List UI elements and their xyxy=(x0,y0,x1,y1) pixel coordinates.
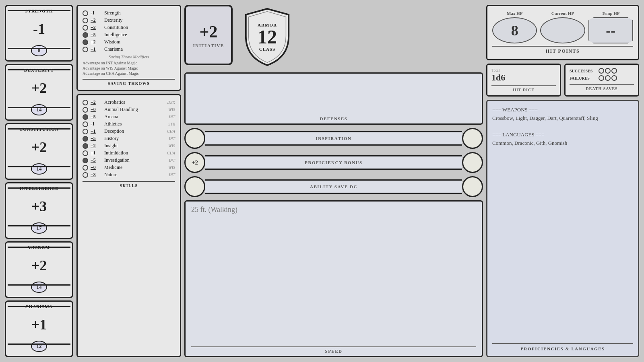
death-success-1[interactable] xyxy=(599,68,604,74)
death-success-2[interactable] xyxy=(605,68,611,74)
skill-name: Arcana xyxy=(104,114,166,120)
saving-throw-name: Charisma xyxy=(104,46,175,52)
stat-score: 8 xyxy=(31,45,47,56)
saving-throw-circle[interactable] xyxy=(83,25,88,31)
death-success-3[interactable] xyxy=(611,68,617,74)
inspiration-left-end xyxy=(184,128,205,149)
stat-card-wisdom: WISDOM +2 14 xyxy=(5,241,73,298)
skill-attr: STR xyxy=(168,122,175,126)
stat-name: DEXTERITY xyxy=(24,68,54,72)
speed-box: 25 ft. (Walking) SPEED xyxy=(184,200,483,357)
max-hp-label: Max HP xyxy=(507,11,522,16)
skill-circle[interactable] xyxy=(83,143,88,149)
center-top: +2 INITIATIVE ARMOR 12 CLASS xyxy=(184,5,483,69)
armor-shield: ARMOR 12 CLASS xyxy=(239,5,295,69)
death-failure-2[interactable] xyxy=(605,75,611,81)
ability-save-dc-bar: ABILITY SAVE DC xyxy=(184,176,483,197)
inspiration-bar: INSPIRATION xyxy=(184,128,483,149)
stat-modifier: +2 xyxy=(31,72,47,104)
proficiencies-panel: === WEAPONS === Crossbow, Light, Dagger,… xyxy=(486,100,639,357)
skill-circle[interactable] xyxy=(83,107,88,113)
proficiency-bonus-mid: PROFICIENCY BONUS xyxy=(205,155,462,170)
saving-throw-advantage: Advantage on INT Against Magic xyxy=(83,61,175,65)
saving-throw-row: +2Dexterity xyxy=(83,17,175,23)
skill-mod: +2 xyxy=(91,99,102,105)
skill-attr: INT xyxy=(169,173,175,177)
skill-row: +2InsightWIS xyxy=(83,143,175,149)
saving-throw-name: Intelligence xyxy=(104,32,175,38)
skill-circle[interactable] xyxy=(83,129,88,134)
proficiencies-content: === WEAPONS === Crossbow, Light, Dagger,… xyxy=(492,106,633,340)
stat-score: 14 xyxy=(31,163,47,175)
skill-mod: +1 xyxy=(91,128,102,134)
saving-throw-mod: -1 xyxy=(91,10,102,16)
skill-name: Acrobatics xyxy=(104,99,165,105)
initiative-value: +2 xyxy=(200,22,218,41)
temp-hp-label: Temp HP xyxy=(602,11,620,16)
skill-attr: CHA xyxy=(167,151,175,155)
skill-circle[interactable] xyxy=(83,150,88,156)
skill-row: +3NatureINT xyxy=(83,172,175,178)
stat-score: 12 xyxy=(31,341,47,352)
hit-dice-saves: Total 1d6 HIT DICE SUCCESSES FAILURES xyxy=(486,64,639,97)
skill-mod: +1 xyxy=(91,150,102,156)
shield-shape: ARMOR 12 CLASS xyxy=(241,7,293,67)
current-hp-box[interactable] xyxy=(540,17,585,43)
hp-row: Max HP 8 Current HP Temp HP -- xyxy=(492,11,633,43)
temp-hp-box[interactable]: -- xyxy=(588,17,633,43)
skill-mod: +5 xyxy=(91,114,102,120)
death-save-successes-row: SUCCESSES xyxy=(570,68,634,74)
skill-row: +0Animal HandlingWIS xyxy=(83,107,175,113)
skill-attr: DEX xyxy=(167,100,175,105)
temp-hp-cell: Temp HP -- xyxy=(588,11,633,43)
skill-circle[interactable] xyxy=(83,100,88,105)
saving-throw-circle[interactable] xyxy=(83,47,88,52)
death-failure-1[interactable] xyxy=(599,75,604,81)
hp-panel: Max HP 8 Current HP Temp HP -- HIT POINT… xyxy=(486,5,639,60)
death-successes-label: SUCCESSES xyxy=(570,69,597,73)
saving-throw-name: Wisdom xyxy=(104,39,175,45)
saving-throw-circle[interactable] xyxy=(83,18,88,23)
death-saves-box: SUCCESSES FAILURES DEATH SAVES xyxy=(564,64,639,97)
skill-attr: INT xyxy=(169,115,175,119)
saving-throw-circle[interactable] xyxy=(83,39,88,45)
skill-name: History xyxy=(104,136,166,142)
stat-modifier: -1 xyxy=(33,13,45,45)
stat-score: 14 xyxy=(31,104,47,115)
skill-name: Deception xyxy=(104,128,165,134)
stat-score: 14 xyxy=(31,282,47,293)
death-successes-circles xyxy=(599,68,617,74)
stat-modifier: +3 xyxy=(31,191,47,222)
saving-throws-title: SAVING THROWS xyxy=(83,79,175,86)
skill-mod: +3 xyxy=(91,172,102,178)
stat-score: 17 xyxy=(31,222,47,234)
skill-circle[interactable] xyxy=(83,121,88,127)
shield-content: ARMOR 12 CLASS xyxy=(258,23,277,51)
armor-label-bottom: CLASS xyxy=(258,47,277,51)
hit-dice-box: Total 1d6 HIT DICE xyxy=(486,64,561,97)
skill-circle[interactable] xyxy=(83,172,88,178)
skill-attr: WIS xyxy=(168,165,175,170)
initiative-label: INITIATIVE xyxy=(193,43,224,48)
death-failure-3[interactable] xyxy=(611,75,617,81)
saving-throw-circle[interactable] xyxy=(83,10,88,16)
hit-dice-total-label: Total xyxy=(491,68,556,72)
saving-throw-row: +2Constitution xyxy=(83,25,175,31)
saving-throw-mod: +1 xyxy=(91,46,102,52)
skill-row: +2AcrobaticsDEX xyxy=(83,99,175,105)
ability-save-dc-mid: ABILITY SAVE DC xyxy=(205,179,462,194)
skills-panel-title: SKILLS xyxy=(83,181,175,188)
skill-row: +1DeceptionCHA xyxy=(83,128,175,134)
defenses-box: DEFENSES xyxy=(184,72,483,125)
hit-dice-label: HIT DICE xyxy=(491,85,556,92)
skill-circle[interactable] xyxy=(83,165,88,171)
saving-throw-circle[interactable] xyxy=(83,32,88,38)
skill-row: +1IntimidationCHA xyxy=(83,150,175,156)
saving-throw-row: -1Strength xyxy=(83,10,175,16)
skill-circle[interactable] xyxy=(83,158,88,163)
hp-column: Max HP 8 Current HP Temp HP -- HIT POINT… xyxy=(486,5,639,357)
stat-card-dexterity: DEXTERITY +2 14 xyxy=(5,64,73,121)
skill-circle[interactable] xyxy=(83,114,88,120)
saving-throw-mod: +2 xyxy=(91,39,102,45)
skill-circle[interactable] xyxy=(83,136,88,142)
